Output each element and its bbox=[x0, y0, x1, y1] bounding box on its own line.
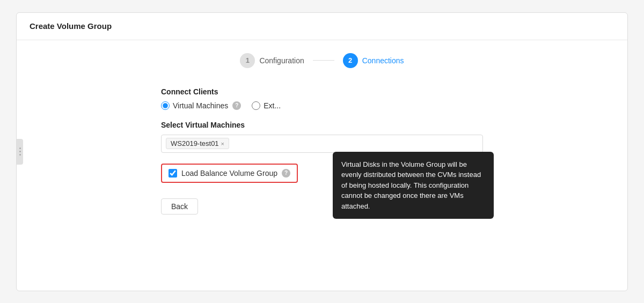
modal-body: 1 Configuration 2 Connections Connect Cl… bbox=[17, 40, 627, 228]
form-section: Connect Clients Virtual Machines ? Ext..… bbox=[161, 87, 483, 215]
load-balance-label: Load Balance Volume Group bbox=[181, 169, 277, 178]
connect-clients-label: Connect Clients bbox=[161, 87, 483, 96]
stepper: 1 Configuration 2 Connections bbox=[30, 53, 614, 68]
vm-tag-close[interactable]: × bbox=[221, 141, 224, 147]
radio-virtual-machines-input[interactable] bbox=[161, 101, 170, 110]
modal-container: Create Volume Group 1 Configuration 2 Co… bbox=[16, 12, 628, 291]
step-2-label: Connections bbox=[362, 56, 404, 65]
load-balance-checkbox[interactable] bbox=[169, 169, 177, 178]
vm-tag: WS2019-test01 × bbox=[166, 138, 229, 149]
tooltip-box: Virtual Disks in the Volume Group will b… bbox=[333, 152, 494, 219]
modal-title: Create Volume Group bbox=[30, 21, 112, 31]
modal-header: Create Volume Group bbox=[17, 13, 627, 40]
radio-external-label: Ext... bbox=[264, 101, 281, 110]
step-2: 2 Connections bbox=[343, 53, 404, 68]
radio-group: Virtual Machines ? Ext... bbox=[161, 101, 483, 110]
radio-virtual-machines-label: Virtual Machines bbox=[173, 101, 228, 110]
tag-input[interactable]: WS2019-test01 × bbox=[161, 135, 483, 153]
connect-clients-group: Connect Clients Virtual Machines ? Ext..… bbox=[161, 87, 483, 110]
virtual-machines-help-icon[interactable]: ? bbox=[232, 101, 241, 110]
load-balance-help-icon[interactable]: ? bbox=[282, 169, 290, 178]
vm-tag-value: WS2019-test01 bbox=[171, 139, 219, 147]
load-balance-checkbox-row: Load Balance Volume Group ? bbox=[161, 164, 298, 183]
radio-external[interactable]: Ext... bbox=[252, 101, 281, 110]
step-1-label: Configuration bbox=[259, 56, 304, 65]
select-vms-label: Select Virtual Machines bbox=[161, 121, 483, 129]
step-divider bbox=[313, 60, 334, 61]
radio-external-input[interactable] bbox=[252, 101, 260, 110]
step-1: 1 Configuration bbox=[240, 53, 304, 68]
select-vms-group: Select Virtual Machines WS2019-test01 × bbox=[161, 121, 483, 153]
tooltip-text: Virtual Disks in the Volume Group will b… bbox=[341, 160, 481, 210]
step-2-circle: 2 bbox=[343, 53, 358, 68]
back-button[interactable]: Back bbox=[161, 198, 198, 215]
radio-virtual-machines[interactable]: Virtual Machines bbox=[161, 101, 228, 110]
step-1-circle: 1 bbox=[240, 53, 255, 68]
